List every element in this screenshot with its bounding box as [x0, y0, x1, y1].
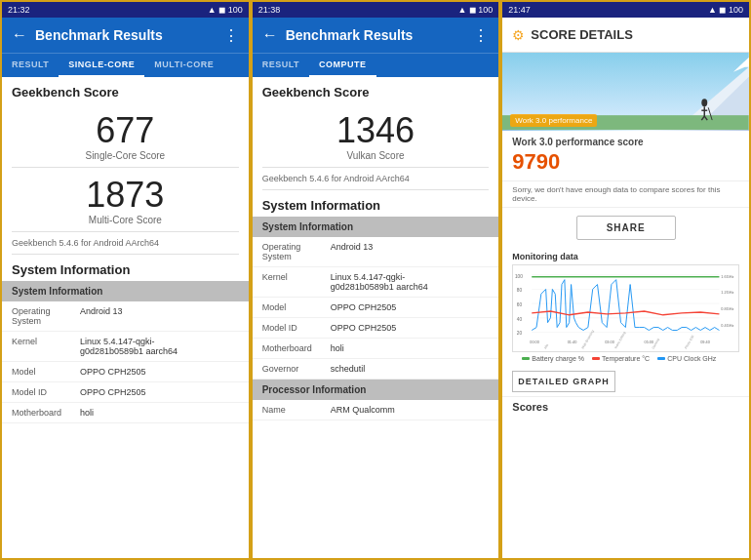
value-mb-1: holi — [80, 408, 239, 418]
status-icons-2: ▲ ◼ 100 — [457, 5, 493, 15]
info-row-gov-2: Governor schedutil — [253, 359, 499, 380]
sys-info-heading-1: System Information — [2, 255, 249, 281]
work-score-label: Work 3.0 performance score — [512, 137, 739, 147]
hero-badge: Work 3.0 performance — [510, 114, 597, 127]
label-proc-name-2: Name — [262, 405, 331, 415]
svg-text:0.4GHz: 0.4GHz — [722, 323, 734, 328]
work-score-number: 9790 — [512, 149, 560, 175]
status-bar-2: 21:38 ▲ ◼ 100 — [253, 2, 499, 18]
monitoring-chart: 100 80 60 40 20 1.6GHz 1.2GHz 0.8GHz 0.4… — [512, 264, 739, 352]
legend-temp: Temperature °C — [592, 355, 650, 362]
status-bar-1: 21:32 ▲ ◼ 100 — [2, 2, 249, 18]
info-row-mb-2: Motherboard holi — [253, 339, 499, 359]
info-row-os-2: Operating System Android 13 — [253, 237, 499, 267]
label-os-2: Operating System — [262, 242, 331, 261]
vulkan-label: Vulkan Score — [253, 150, 499, 161]
value-modelid-2: OPPO CPH2505 — [331, 323, 490, 333]
svg-text:60: 60 — [517, 302, 523, 307]
svg-text:09:40: 09:40 — [701, 340, 711, 344]
svg-text:0.8GHz: 0.8GHz — [722, 306, 734, 311]
svg-text:1.6GHz: 1.6GHz — [722, 274, 734, 279]
sys-info-heading-2: System Information — [253, 190, 499, 217]
label-modelid-2: Model ID — [262, 323, 331, 333]
label-model-1: Model — [12, 367, 80, 377]
detail-graph-button[interactable]: DETAILED GRAPH — [512, 371, 614, 392]
value-proc-name-2: ARM Qualcomm — [331, 405, 490, 415]
work-score-row: 9790 — [512, 149, 739, 175]
info-row-model-2: Model OPPO CPH2505 — [253, 298, 499, 318]
header-2: ← Benchmark Results ⋮ — [253, 18, 499, 53]
panel-1: 21:32 ▲ ◼ 100 ← Benchmark Results ⋮ RESU… — [0, 0, 251, 560]
gb-note-1: Geekbench 5.4.6 for Android AArch64 — [2, 232, 249, 254]
value-model-1: OPPO CPH2505 — [80, 367, 239, 377]
content-2: Geekbench Score 1346 Vulkan Score Geekbe… — [253, 77, 499, 558]
gb-note-2: Geekbench 5.4.6 for Android AArch64 — [253, 168, 499, 189]
svg-text:Video Editing: Video Editing — [613, 331, 626, 349]
time-3: 21:47 — [508, 5, 531, 15]
tab-bar-2: RESULT COMPUTE — [253, 53, 499, 77]
label-kernel-1: Kernel — [12, 337, 80, 346]
back-button-1[interactable]: ← — [12, 26, 27, 44]
svg-text:1.2GHz: 1.2GHz — [722, 290, 734, 295]
score-block-single: 677 Single-Core Score — [2, 103, 249, 167]
status-icons-3: ▲ ◼ 100 — [708, 5, 743, 15]
label-os-1: Operating System — [12, 306, 80, 326]
vulkan-score: 1346 — [253, 113, 499, 148]
info-row-modelid-2: Model ID OPPO CPH2505 — [253, 318, 499, 339]
svg-text:00:00: 00:00 — [531, 340, 540, 344]
value-os-2: Android 13 — [331, 242, 490, 252]
svg-text:80: 80 — [517, 288, 523, 293]
battery-dot — [522, 357, 530, 360]
scores-section-label: Scores — [502, 396, 749, 415]
label-modelid-1: Model ID — [12, 387, 80, 397]
time-1: 21:32 — [8, 5, 30, 15]
time-2: 21:38 — [258, 5, 281, 15]
score-details-title: SCORE DETAILS — [531, 27, 633, 42]
multi-core-score: 1873 — [2, 178, 249, 213]
right-icons-3: ▲ ◼ 100 — [708, 5, 743, 15]
single-core-score: 677 — [2, 113, 249, 148]
back-button-2[interactable]: ← — [262, 26, 278, 44]
status-icons-1: ▲ ◼ 100 — [208, 5, 243, 15]
value-kernel-2: Linux 5.4.147-qgki- g0d281b0589b1 aarch6… — [331, 272, 490, 292]
content-1: Geekbench Score 677 Single-Core Score 18… — [2, 77, 249, 558]
svg-text:Photo Edit: Photo Edit — [685, 335, 695, 350]
single-core-label: Single-Core Score — [2, 150, 249, 161]
svg-text:40: 40 — [517, 317, 523, 322]
share-button[interactable]: SHARE — [576, 216, 676, 240]
svg-point-5 — [702, 99, 708, 106]
tab-single-core-1[interactable]: SINGLE-CORE — [59, 54, 144, 77]
panel-2: 21:38 ▲ ◼ 100 ← Benchmark Results ⋮ RESU… — [251, 0, 501, 560]
header-3: ⚙ SCORE DETAILS — [502, 18, 749, 53]
menu-button-2[interactable]: ⋮ — [473, 26, 489, 45]
cpu-label: CPU Clock GHz — [667, 355, 716, 362]
menu-button-1[interactable]: ⋮ — [223, 26, 239, 45]
score-block-vulkan: 1346 Vulkan Score — [253, 103, 499, 167]
tab-result-2[interactable]: RESULT — [253, 54, 309, 77]
content-3: Work 3.0 performance Work 3.0 performanc… — [502, 53, 749, 558]
temp-dot — [592, 357, 600, 360]
tab-result-1[interactable]: RESULT — [2, 54, 59, 77]
info-row-model-1: Model OPPO CPH2505 — [2, 362, 249, 382]
work-note: Sorry, we don't have enough data to comp… — [502, 181, 749, 208]
value-mb-2: holi — [331, 343, 490, 353]
battery-label: Battery charge % — [532, 355, 584, 362]
svg-text:05:00: 05:00 — [645, 340, 654, 344]
info-row-mb-1: Motherboard holi — [2, 403, 249, 423]
sys-info-section-2: System Information — [253, 217, 499, 237]
tab-compute-2[interactable]: COMPUTE — [309, 54, 376, 77]
tab-multi-core-1[interactable]: MULTI-CORE — [144, 54, 223, 77]
svg-text:100: 100 — [515, 274, 523, 279]
info-row-kernel-2: Kernel Linux 5.4.147-qgki- g0d281b0589b1… — [253, 267, 499, 298]
value-kernel-1: Linux 5.4.147-qgki- g0d281b0589b1 aarch6… — [80, 337, 239, 356]
label-mb-2: Motherboard — [262, 343, 331, 353]
value-model-2: OPPO CPH2505 — [331, 302, 490, 312]
header-title-2: Benchmark Results — [286, 27, 466, 43]
geekbench-heading-1: Geekbench Score — [2, 77, 249, 103]
info-row-modelid-1: Model ID OPPO CPH2505 — [2, 382, 249, 403]
multi-core-label: Multi-Core Score — [2, 215, 249, 225]
label-model-2: Model — [262, 302, 331, 312]
tab-bar-1: RESULT SINGLE-CORE MULTI-CORE — [2, 53, 249, 77]
label-mb-1: Motherboard — [12, 408, 80, 418]
monitoring-section: Monitoring data 100 80 60 40 20 1.6 — [502, 248, 749, 367]
